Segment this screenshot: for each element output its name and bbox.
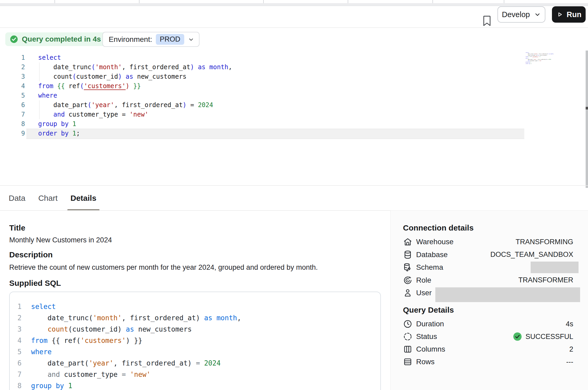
sql-editor[interactable]: 1select2 date_trunc('month', first_order…	[0, 50, 588, 185]
tab-divider	[54, 0, 55, 3]
code-line: 8group by 1	[10, 380, 241, 390]
detail-row-warehouse: WarehouseTRANSFORMING	[403, 236, 573, 248]
tab-label: Data	[9, 194, 25, 203]
detail-label: Columns	[416, 345, 445, 353]
editor-minimap[interactable]: 1select2 date_trunc('month', first_order…	[526, 52, 555, 67]
app-window: Develop Run Query completed in 4s Enviro…	[0, 0, 588, 390]
code-line: 7 and customer_type = 'new'	[16, 110, 232, 119]
chevron-down-icon	[534, 11, 541, 18]
detail-value: TRANSFORMER	[519, 276, 574, 284]
run-label: Run	[567, 10, 581, 19]
play-icon	[556, 11, 564, 18]
browser-tab-strip	[0, 0, 588, 3]
environment-label: Environment:	[109, 35, 152, 44]
detail-value: DOCS_TEAM_SANDBOX	[490, 251, 573, 259]
environment-value-chip: PROD	[156, 34, 184, 45]
code-line: 7 and customer_type = 'new'	[10, 369, 241, 380]
editor-code[interactable]: 1select2 date_trunc('month', first_order…	[16, 53, 232, 138]
bookmark-icon	[482, 15, 492, 27]
environment-select[interactable]: Environment: PROD	[102, 32, 200, 47]
connection-details-heading: Connection details	[403, 223, 474, 233]
chevron-down-icon	[188, 36, 194, 43]
schema-icon	[403, 263, 412, 272]
tab-label: Details	[71, 194, 96, 203]
tab-divider	[348, 0, 348, 3]
role-icon	[403, 276, 412, 285]
detail-row-role: RoleTRANSFORMER	[403, 274, 573, 286]
detail-label: User	[416, 289, 432, 297]
rows-icon	[403, 357, 412, 367]
title-value: Monthly New Customers in 2024	[9, 235, 112, 245]
code-line: 9order by 1;	[526, 63, 555, 64]
detail-label: Duration	[416, 320, 444, 328]
code-line: 5where	[10, 346, 241, 358]
code-line: 6 date_part('year', first_ordered_at) = …	[10, 358, 241, 369]
detail-label: Warehouse	[416, 238, 454, 246]
editor-scrollbar[interactable]	[586, 51, 588, 188]
toolbar: Develop Run	[0, 6, 588, 27]
code-line: 3 count(customer_id) as new_customers	[10, 324, 241, 335]
code-line: 6 date_part('year', first_ordered_at) = …	[16, 100, 232, 110]
code-line: 4from {{ ref('customers') }}	[16, 81, 232, 91]
detail-value: ---	[566, 358, 573, 366]
minimap-code: 1select2 date_trunc('month', first_order…	[526, 52, 555, 64]
supplied-sql-heading: Supplied SQL	[9, 278, 61, 288]
detail-label: Schema	[416, 263, 443, 272]
scrollbar-cursor-marker	[586, 107, 588, 109]
detail-row-database: DatabaseDOCS_TEAM_SANDBOX	[403, 249, 573, 261]
detail-value: SUCCESSFUL	[513, 332, 573, 341]
detail-row-rows: Rows---	[403, 356, 573, 368]
user-icon	[403, 288, 412, 298]
columns-icon	[403, 344, 412, 354]
run-button[interactable]: Run	[552, 6, 586, 23]
detail-row-columns: Columns2	[403, 343, 573, 355]
detail-value: TRANSFORMING	[516, 238, 573, 246]
bookmark-button[interactable]	[481, 13, 493, 28]
code-line: 2 date_trunc('month', first_ordered_at) …	[16, 62, 232, 72]
tab-data[interactable]: Data	[9, 186, 25, 211]
tab-divider	[139, 0, 139, 3]
redacted-value	[531, 262, 579, 273]
detail-value: 2	[569, 345, 573, 353]
detail-value: 4s	[566, 320, 573, 328]
detail-row-schema: Schema	[403, 262, 573, 273]
tab-divider	[432, 0, 433, 3]
supplied-sql-box: 1select2 date_trunc('month', first_order…	[9, 292, 381, 390]
tab-chart[interactable]: Chart	[38, 186, 57, 211]
check-circle-icon	[9, 35, 18, 44]
database-icon	[403, 250, 412, 259]
detail-label: Database	[416, 251, 448, 259]
detail-row-duration: Duration4s	[403, 318, 573, 330]
details-sidebar: Connection details WarehouseTRANSFORMING…	[390, 211, 588, 390]
code-line: 9order by 1;	[16, 129, 232, 138]
query-status-pill: Query completed in 4s	[5, 32, 107, 46]
code-line: 2 date_trunc('month', first_ordered_at) …	[10, 312, 241, 324]
code-line: 3 count(customer_id) as new_customers	[16, 72, 232, 81]
query-details-heading: Query Details	[403, 305, 454, 315]
detail-label: Rows	[416, 358, 435, 366]
detail-row-status: StatusSUCCESSFUL	[403, 331, 573, 342]
clock-icon	[403, 319, 412, 329]
tab-divider	[263, 0, 264, 3]
result-tabs: DataChartDetails	[0, 186, 390, 211]
tab-label: Chart	[38, 194, 57, 203]
develop-menu-button[interactable]: Develop	[497, 6, 545, 23]
window-chrome-band	[0, 3, 588, 6]
code-line: 1select	[10, 301, 241, 312]
code-line: 4from {{ ref('customers') }}	[10, 335, 241, 346]
detail-row-user: User	[403, 287, 573, 299]
warehouse-icon	[403, 237, 412, 247]
toolbar-divider	[0, 27, 588, 28]
supplied-sql-code: 1select2 date_trunc('month', first_order…	[10, 301, 241, 390]
tab-divider	[504, 0, 504, 3]
description-value: Retrieve the count of new customers per …	[9, 263, 318, 272]
code-line: 8group by 1	[16, 119, 232, 129]
detail-label: Status	[416, 332, 437, 341]
develop-label: Develop	[502, 10, 530, 19]
description-heading: Description	[9, 249, 53, 260]
success-check-icon	[513, 332, 522, 341]
title-heading: Title	[9, 223, 25, 233]
query-status-text: Query completed in 4s	[22, 35, 101, 43]
tab-details[interactable]: Details	[71, 186, 96, 211]
code-line: 1select	[16, 53, 232, 62]
